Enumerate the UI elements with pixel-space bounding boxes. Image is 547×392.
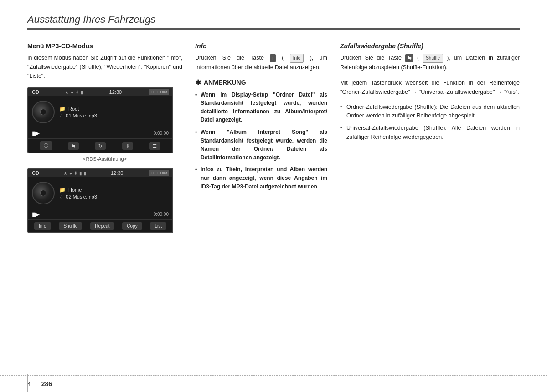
cd-disc-2	[32, 182, 55, 204]
cd-track-info-2: 📁 Home ♫ 02 Music.mp3	[59, 187, 169, 199]
cd-bottom-icons-1: ⓘ ⇆ ↻ ⇓ ☰	[28, 138, 172, 153]
rds-caption: <RDS-Ausführung>	[27, 156, 182, 162]
list-label-btn[interactable]: List	[150, 222, 166, 230]
shuffle-section-title: Zufallswiedergabe (Shuffle)	[340, 42, 520, 50]
cd-progress-2: 0:00:00	[154, 212, 169, 217]
cd-file-badge-1: FILE 003	[149, 89, 169, 95]
cd-screen-1: CD ★ ● ⬇ ▮ 12:30 FILE 003 📁	[27, 87, 173, 153]
col-left: Menü MP3-CD-Modus In diesem Modus haben …	[27, 42, 182, 236]
cd-controls-2: ▮▶ 0:00:00	[28, 209, 172, 219]
folder-icon-2: 📁	[59, 187, 66, 193]
folder-icon-1: 📁	[59, 106, 66, 112]
cd-track-info-1: 📁 Root ♫ 01 Music.mp3	[59, 106, 169, 118]
col-right: Zufallswiedergabe (Shuffle) Drücken Sie …	[340, 42, 520, 145]
anmerkung-label: ANMERKUNG	[204, 79, 246, 86]
signal-icon: ●	[71, 90, 73, 95]
bluetooth-icon: ★	[65, 90, 69, 95]
info-body-text: Drücken Sie die Taste i ( Info ), um Inf…	[195, 53, 327, 72]
cd-time-1: 12:30	[109, 89, 122, 95]
shuffle-bullet-1: Ordner-Zufallswiedergabe (Shuffle): Die …	[340, 103, 520, 121]
shuffle-detail-text: Mit jedem Tastendruck wechselt die Funkt…	[340, 78, 520, 97]
repeat-label-btn[interactable]: Repeat	[90, 222, 114, 230]
info-icon-btn-1[interactable]: ⓘ	[40, 141, 52, 150]
cd-folder-1: 📁 Root	[59, 106, 169, 112]
left-section-title: Menü MP3-CD-Modus	[27, 42, 182, 50]
footer-page-main: 286	[41, 380, 52, 387]
extra-icon-2: ▮	[84, 171, 87, 176]
page-footer: 4 | 286	[0, 375, 547, 392]
page-header: Ausstattung Ihres Fahrzeugs	[27, 14, 520, 30]
battery-icon-2: ▮	[79, 171, 82, 176]
info-text-part1: Drücken Sie die Taste	[195, 55, 270, 61]
cd-screen-2-header: CD ★ ● ⬇ ▮ ▮ 12:30 FILE 003	[28, 169, 172, 177]
anmerkung-item-3: Infos zu Titeln, Interpreten und Alben w…	[195, 165, 327, 191]
list-icon-btn-1[interactable]: ☰	[149, 142, 160, 150]
cd-progress-1: 0:00:00	[154, 131, 169, 136]
anmerkung-list: Wenn im Display-Setup "Ordner Datei" als…	[195, 91, 327, 191]
footer-page-small: 4	[27, 381, 31, 387]
shuffle-label-inline: Shuffle	[423, 54, 443, 63]
shuffle-text-paren-open: (	[417, 55, 419, 61]
info-label-inline: Info	[290, 54, 304, 63]
shuffle-label-btn[interactable]: Shuffle	[59, 222, 82, 230]
cd-label-1: CD	[32, 89, 39, 95]
footer-separator: |	[35, 381, 36, 387]
battery-icon: ▮	[81, 90, 83, 95]
shuffle-icon-inline: ⇆	[405, 54, 413, 62]
shuffle-icon-btn-1[interactable]: ⇆	[68, 142, 79, 150]
cd-track-2: ♫ 02 Music.mp3	[59, 194, 169, 199]
footer-border	[27, 374, 28, 392]
play-pause-2[interactable]: ▮▶	[32, 211, 40, 218]
cd-label-2: CD	[32, 170, 39, 176]
repeat-icon-btn-1[interactable]: ↻	[95, 142, 106, 150]
cd-track-1: ♫ 01 Music.mp3	[59, 113, 169, 118]
usb-icon: ⬇	[75, 90, 79, 95]
copy-icon-btn-1[interactable]: ⇓	[122, 142, 133, 150]
cd-controls-1: ▮▶ 0:00:00	[28, 128, 172, 138]
info-section-title: Info	[195, 42, 327, 50]
signal-icon-2: ●	[69, 171, 72, 176]
shuffle-intro-text: Drücken Sie die Taste ⇆ ( Shuffle ), um …	[340, 53, 520, 72]
anmerkung-item-1: Wenn im Display-Setup "Ordner Datei" als…	[195, 91, 327, 124]
music-icon-2: ♫	[59, 194, 63, 199]
cd-time-2: 12:30	[111, 170, 124, 176]
info-text-paren-open: (	[282, 55, 284, 61]
cd-body-2: 📁 Home ♫ 02 Music.mp3	[28, 177, 172, 209]
cd-bottom-labels-2: Info Shuffle Repeat Copy List	[28, 219, 172, 232]
cd-body-1: 📁 Root ♫ 01 Music.mp3	[28, 96, 172, 128]
anmerkung-item-2: Wenn "Album Interpret Song" als Standard…	[195, 128, 327, 162]
asterisk-symbol: ✱	[195, 78, 201, 87]
cd-icons-2: ★ ● ⬇ ▮ ▮	[63, 171, 87, 176]
anmerkung-title: ✱ ANMERKUNG	[195, 78, 327, 87]
bluetooth-icon-2: ★	[63, 171, 67, 176]
cd-folder-2: 📁 Home	[59, 187, 169, 193]
info-label-btn[interactable]: Info	[34, 222, 51, 230]
play-pause-1[interactable]: ▮▶	[32, 130, 40, 137]
shuffle-bullet-list: Ordner-Zufallswiedergabe (Shuffle): Die …	[340, 103, 520, 142]
left-intro-text: In diesem Modus haben Sie Zugriff auf di…	[27, 53, 182, 81]
usb-icon-2: ⬇	[74, 171, 77, 176]
cd-disc-1	[32, 101, 55, 123]
content-columns: Menü MP3-CD-Modus In diesem Modus haben …	[27, 42, 520, 236]
page-title: Ausstattung Ihres Fahrzeugs	[27, 14, 520, 25]
copy-label-btn[interactable]: Copy	[122, 222, 142, 230]
shuffle-text-part1: Drücken Sie die Taste	[340, 55, 405, 61]
music-icon-1: ♫	[59, 113, 63, 118]
info-icon-inline: i	[270, 54, 276, 62]
cd-icons-1: ★ ● ⬇ ▮	[65, 90, 83, 95]
shuffle-bullet-2: Universal-Zufallswiedergabe (Shuffle): A…	[340, 124, 520, 142]
cd-screen-2: CD ★ ● ⬇ ▮ ▮ 12:30 FILE 003 📁	[27, 168, 173, 233]
cd-screen-1-header: CD ★ ● ⬇ ▮ 12:30 FILE 003	[28, 88, 172, 96]
col-middle: Info Drücken Sie die Taste i ( Info ), u…	[195, 42, 327, 194]
cd-file-badge-2: FILE 003	[149, 170, 169, 176]
